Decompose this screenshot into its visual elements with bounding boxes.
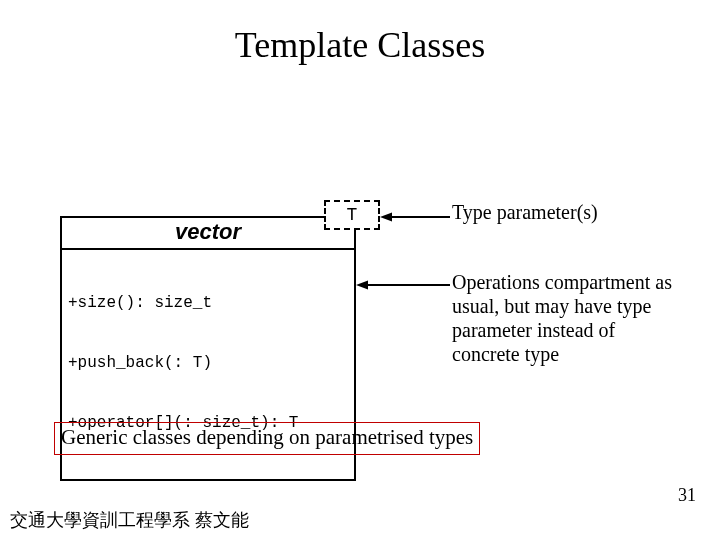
annotation-operations: Operations compartment as usual, but may… [452,270,682,366]
annotation-type-parameter: Type parameter(s) [452,200,598,224]
arrow-icon [380,212,452,222]
arrow-icon [356,280,452,290]
uml-class-name: vector [62,218,354,250]
uml-operation: +size(): size_t [68,293,348,313]
generic-note-box: Generic classes depending on parametrise… [54,422,480,455]
uml-template-parameter: T [324,200,380,230]
uml-diagram: vector +size(): size_t +push_back(: T) +… [60,200,660,380]
footer-text: 交通大學資訓工程學系 蔡文能 [10,508,249,532]
svg-marker-3 [356,281,368,290]
uml-operation: +push_back(: T) [68,353,348,373]
svg-marker-1 [380,213,392,222]
page-number: 31 [678,485,696,506]
slide-title: Template Classes [0,24,720,66]
